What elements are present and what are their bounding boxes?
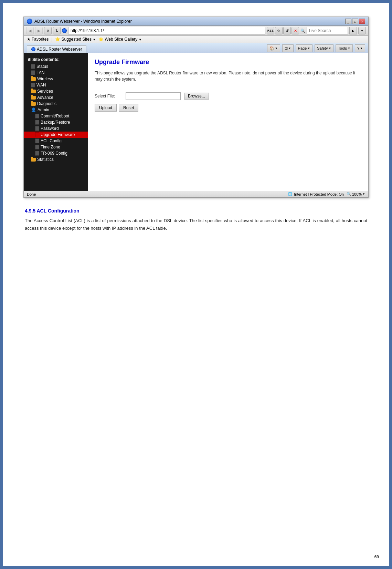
wireless-folder-icon: [31, 77, 36, 81]
sidebar-label-upgrade-firmware: Upgrade Firmware: [41, 132, 75, 137]
lan-doc-icon: [31, 70, 35, 75]
web-slice-gallery-item[interactable]: ⭐ Web Slice Gallery ▼: [98, 37, 141, 42]
action-buttons: Upload Reset: [95, 104, 361, 112]
toolbar-right: 🏠 ▼ ⊡ ▼ Page ▼ Safety ▼ Tools ▼ ? ▼: [267, 44, 365, 53]
status-text: Done: [27, 192, 36, 196]
sidebar-item-wireless[interactable]: Wireless: [24, 76, 88, 82]
sidebar-section-title: 🖥 Site contents:: [24, 56, 88, 63]
services-folder-icon: [31, 90, 36, 93]
fav-separator: |: [51, 37, 52, 42]
backup-restore-icon: [35, 120, 39, 125]
favorites-label: Favorites: [32, 37, 49, 42]
star-icon: ★: [27, 37, 31, 42]
tools-button[interactable]: Tools ▼: [336, 44, 353, 52]
sidebar-item-backup-restore[interactable]: Backup/Restore: [24, 119, 88, 125]
status-zone: 🌐 Internet | Protected Mode: On: [288, 192, 344, 196]
tab-icon: [31, 47, 35, 51]
sidebar-item-statistics[interactable]: Statistics: [24, 156, 88, 163]
favorites-button[interactable]: ★ Favorites: [27, 37, 49, 42]
select-file-row: Select File: Browse...: [95, 92, 361, 100]
sidebar-item-lan[interactable]: LAN: [24, 70, 88, 76]
select-file-label: Select File:: [95, 94, 122, 99]
nav-bar: ◀ ▶ ✕ ↻ RSS ☆ ↺ ✕ 🔍 ▶ ▼: [24, 26, 368, 36]
file-input[interactable]: [126, 92, 181, 100]
window-controls: _ □ ✕: [345, 19, 365, 24]
sidebar-label-services: Services: [37, 89, 53, 94]
sidebar-label-commit-reboot: Commit/Reboot: [41, 114, 69, 118]
page-button[interactable]: Page ▼: [296, 44, 313, 52]
time-zone-icon: [35, 145, 39, 149]
wan-doc-icon: [31, 83, 35, 87]
close-button[interactable]: ✕: [359, 19, 365, 24]
address-input[interactable]: [68, 27, 265, 34]
sidebar-item-diagnostic[interactable]: Diagnostic: [24, 101, 88, 107]
sidebar-label-time-zone: Time Zone: [41, 145, 60, 149]
sidebar-item-advance[interactable]: Advance: [24, 94, 88, 101]
admin-icon: 👤: [31, 107, 36, 112]
zoom-dropdown-arrow: ▼: [362, 193, 365, 196]
sidebar-item-admin[interactable]: 👤 Admin: [24, 107, 88, 113]
web-slice-icon: ⭐: [98, 37, 104, 42]
search-input[interactable]: [307, 27, 348, 34]
commit-reboot-icon: [35, 114, 39, 118]
sidebar-item-tr069[interactable]: TR-069 Config: [24, 150, 88, 156]
sidebar-item-password[interactable]: Password: [24, 125, 88, 132]
favorites-bar: ★ Favorites | ⭐ Suggested Sites ▼ ⭐ Web …: [24, 36, 368, 43]
globe-icon: 🌐: [288, 192, 293, 196]
stop-button[interactable]: ✕: [44, 27, 52, 34]
sidebar-item-commit-reboot[interactable]: Commit/Reboot: [24, 113, 88, 119]
active-tab[interactable]: ADSL Router Webserver: [27, 45, 86, 53]
sidebar-label-statistics: Statistics: [37, 157, 54, 162]
advance-folder-icon: [31, 96, 36, 100]
sidebar-label-advance: Advance: [37, 95, 53, 100]
search-button[interactable]: ▶: [349, 27, 357, 34]
sidebar-label-diagnostic: Diagnostic: [37, 101, 56, 106]
reset-button[interactable]: Reset: [119, 104, 138, 112]
maximize-button[interactable]: □: [352, 19, 358, 24]
status-zoom[interactable]: 🔍 100% ▼: [347, 192, 365, 196]
address-icon: [62, 28, 67, 33]
sidebar-item-acl-config[interactable]: ACL Config: [24, 138, 88, 144]
address-bar: RSS ☆ ↺ ✕ 🔍 ▶ ▼: [62, 27, 366, 34]
zoom-icon: 🔍: [347, 192, 351, 196]
sidebar-item-upgrade-firmware[interactable]: Upgrade Firmware: [24, 132, 88, 138]
site-contents-icon: 🖥: [27, 57, 31, 62]
tab-label: ADSL Router Webserver: [37, 47, 82, 52]
search-options-button[interactable]: ▼: [358, 27, 366, 34]
page-title: Upgrade Firmware: [95, 59, 361, 66]
zoom-text: 100%: [352, 192, 362, 196]
help-button[interactable]: ? ▼: [355, 44, 365, 52]
refresh-button[interactable]: ↻: [53, 27, 61, 34]
sidebar-label-lan: LAN: [36, 70, 44, 75]
forward-button[interactable]: ▶: [35, 27, 43, 34]
sidebar-item-services[interactable]: Services: [24, 88, 88, 94]
status-right: 🌐 Internet | Protected Mode: On 🔍 100% ▼: [288, 192, 365, 196]
browser-content: 🖥 Site contents: Status LAN Wireless: [24, 53, 368, 191]
reload-button[interactable]: ↺: [283, 27, 291, 34]
sidebar-label-status: Status: [36, 64, 48, 69]
section-heading: 4.9.5 ACL Configuration: [25, 208, 367, 214]
sidebar-item-status[interactable]: Status: [24, 63, 88, 70]
tr069-icon: [35, 151, 39, 156]
password-icon: [35, 126, 39, 131]
search-icon-label: 🔍: [300, 29, 305, 33]
sidebar-item-wan[interactable]: WAN: [24, 82, 88, 88]
status-doc-icon: [31, 64, 35, 69]
safety-button[interactable]: Safety ▼: [315, 44, 333, 52]
sidebar-item-time-zone[interactable]: Time Zone: [24, 144, 88, 150]
rss-button[interactable]: RSS: [267, 27, 274, 34]
suggested-sites-item[interactable]: ⭐ Suggested Sites ▼: [55, 37, 96, 42]
browse-button[interactable]: Browse...: [184, 93, 209, 100]
home-button[interactable]: 🏠 ▼: [267, 44, 280, 52]
sidebar-label-admin: Admin: [38, 107, 49, 112]
sidebar-label-password: Password: [41, 126, 59, 131]
section-body: The Access Control List (ACL) is a list …: [25, 217, 367, 232]
nav-x-button[interactable]: ✕: [292, 27, 299, 34]
print-button[interactable]: ⊡ ▼: [282, 44, 294, 52]
browser-window: ADSL Router Webserver - Windows Internet…: [23, 17, 369, 198]
upload-button[interactable]: Upload: [95, 104, 117, 112]
favorites-button[interactable]: ☆: [275, 27, 283, 34]
back-button[interactable]: ◀: [26, 27, 34, 34]
minimize-button[interactable]: _: [345, 19, 351, 24]
sidebar: 🖥 Site contents: Status LAN Wireless: [24, 53, 88, 191]
